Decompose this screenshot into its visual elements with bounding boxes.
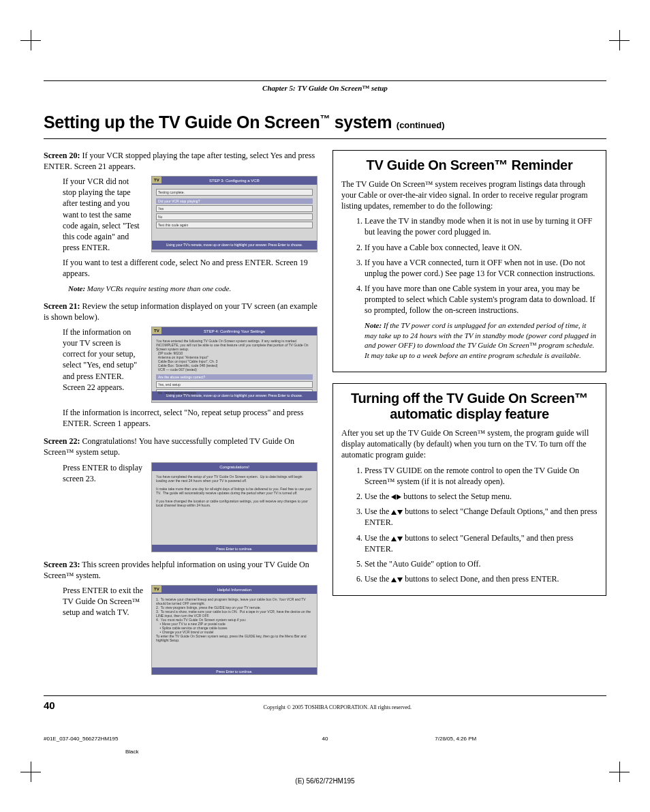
left-column: Screen 20: If your VCR stopped playing t… [44,150,318,679]
list-item: Use the buttons to select the Setup menu… [365,491,598,502]
reminder-note: Note: If the TV power cord is unplugged … [365,320,598,361]
print-date: 7/28/05, 4:26 PM [353,736,606,743]
heading-main: Setting up the TV Guide On Screen [44,112,320,132]
right-column: TV Guide On Screen™ Reminder The TV Guid… [332,150,606,679]
print-file: #01E_037-040_566272HM195 [44,736,297,743]
list-item: Use the buttons to select "General Defau… [365,532,598,554]
screen21-after: If the information is incorrect, select … [63,407,318,429]
turnoff-intro: After you set up the TV Guide On Screen™… [341,427,598,461]
page-number: 40 [44,699,55,712]
list-item: If you have more than one Cable system i… [365,283,598,316]
copyright: Copyright © 2005 TOSHIBA CORPORATION. Al… [69,704,606,712]
screen20-note: Note: Many VCRs require testing more tha… [68,284,318,294]
arrow-up-icon [391,577,397,582]
reminder-box: TV Guide On Screen™ Reminder The TV Guid… [332,150,606,372]
heading-continued: (continued) [397,120,445,130]
arrow-up-icon [391,537,397,541]
reminder-list: Leave the TV in standby mode when it is … [341,215,598,316]
tm-mark: ™ [320,112,330,124]
screen21-side: If the information on your TV screen is … [63,327,144,403]
screen23-screenshot: TV Helpful Information 1. To receive you… [151,585,318,675]
page-footer: 40 Copyright © 2005 TOSHIBA CORPORATION.… [44,695,606,712]
screen23-head: Screen 23: This screen provides helpful … [44,559,318,581]
printer-marks: #01E_037-040_566272HM195 40 7/28/05, 4:2… [44,736,606,756]
print-black: Black [125,749,606,756]
list-item: Use the buttons to select Done, and then… [365,573,598,584]
turnoff-list: Press TV GUIDE on the remote control to … [341,465,598,585]
page-heading: Setting up the TV Guide On Screen™ syste… [44,111,606,139]
screen20-after: If you want to test a different code, se… [63,257,318,279]
list-item: Press TV GUIDE on the remote control to … [365,465,598,487]
turnoff-title: Turning off the TV Guide On Screen™ auto… [341,391,598,422]
arrow-up-icon [391,510,397,515]
arrow-left-icon [391,494,396,500]
heading-tail: system [330,112,397,132]
arrow-down-icon [397,577,403,582]
list-item: If you have a Cable box connected, leave… [365,242,598,253]
list-item: If you have a VCR connected, turn it OFF… [365,257,598,279]
screen21-screenshot: TV STEP 4: Confirming Your Settings You … [151,327,318,403]
print-page: 40 [297,736,354,743]
arrow-right-icon [397,494,401,500]
list-item: Set the "Auto Guide" option to Off. [365,558,598,569]
arrow-down-icon [397,510,403,515]
reminder-title: TV Guide On Screen™ Reminder [341,157,598,173]
turnoff-box: Turning off the TV Guide On Screen™ auto… [332,383,606,596]
screen22-side: Press ENTER to display screen 23. [63,462,144,552]
screen20-side: If your VCR did not stop playing the tap… [63,176,144,253]
screen20-screenshot: TV STEP 3: Configuring a VCR Testing com… [151,176,318,252]
chapter-header: Chapter 5: TV Guide On Screen™ setup [44,80,606,93]
model-number: (E) 56/62/72HM195 [44,777,606,786]
screen23-side: Press ENTER to exit the TV Guide On Scre… [63,585,144,675]
screen22-screenshot: Congratulations! You have completed the … [151,462,318,552]
screen20-head: Screen 20: If your VCR stopped playing t… [44,150,318,172]
screen22-head: Screen 22: Congratulations! You have suc… [44,436,318,457]
list-item: Use the buttons to select "Change Defaul… [365,506,598,528]
arrow-down-icon [397,537,403,541]
list-item: Leave the TV in standby mode when it is … [365,215,598,237]
screen21-head: Screen 21: Review the setup information … [44,301,318,322]
reminder-intro: The TV Guide On Screen™ system receives … [341,179,598,212]
